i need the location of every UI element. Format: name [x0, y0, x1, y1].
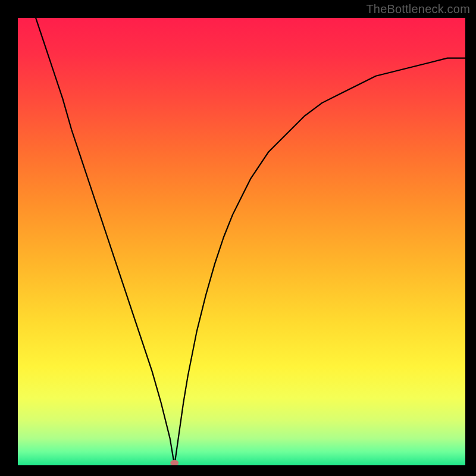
watermark-text: TheBottleneck.com: [366, 2, 470, 16]
chart-svg: [18, 18, 465, 465]
plot-area: [18, 18, 465, 465]
chart-stage: TheBottleneck.com: [0, 0, 476, 476]
gradient-background: [18, 18, 465, 465]
